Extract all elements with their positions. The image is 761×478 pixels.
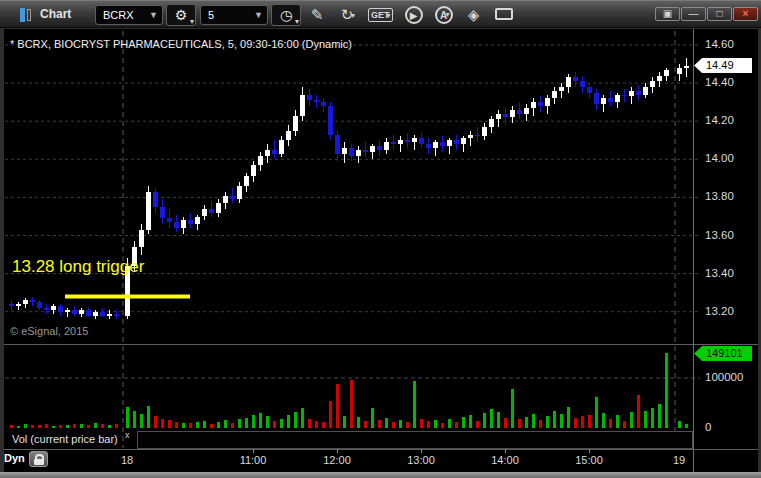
price-tick-label: 13.20 (705, 305, 734, 317)
volume-tick-label: 100000 (705, 371, 743, 383)
time-tick (505, 449, 506, 453)
lock-scale-button[interactable] (29, 451, 48, 467)
price-tick-label: 14.60 (705, 38, 734, 50)
lock-icon (34, 459, 44, 465)
volume-bars (10, 353, 688, 428)
time-tick-label: 11:00 (231, 454, 275, 466)
price-tick-label: 13.60 (705, 229, 734, 241)
candles (9, 58, 689, 319)
window-bottom-edge (0, 472, 761, 478)
price-tick-label: 13.40 (705, 267, 734, 279)
chart-window: Chart BCRX ▼ ⚙ ▾ 5 ▼ ◷ ▾ ✎↻▾GET▾▶A▾◈ ▣—□… (0, 0, 761, 478)
volume-indicator-label: Vol (current price bar) (12, 433, 118, 445)
price-tick-label: 14.00 (705, 152, 734, 164)
time-tick-label: 15:00 (567, 454, 611, 466)
trigger-annotation-text[interactable]: 13.28 long trigger (12, 257, 144, 277)
time-tick (253, 449, 254, 453)
price-tick-label: 14.20 (705, 114, 734, 126)
time-tick-label: 13:00 (399, 454, 443, 466)
price-tick-label: 13.80 (705, 190, 734, 202)
time-tick (337, 449, 338, 453)
time-tick-label: 18 (105, 454, 149, 466)
last-price-badge: 14.49 (694, 58, 752, 73)
dyn-mode-label: Dyn (4, 452, 25, 464)
day-separators (123, 31, 675, 448)
pane-divider[interactable] (4, 344, 758, 345)
chart-plot (0, 0, 761, 478)
volume-indicator-close-button[interactable]: x (125, 430, 130, 440)
time-tick (421, 449, 422, 453)
last-volume-badge: 149101 (694, 346, 752, 361)
time-axis-border (4, 449, 758, 450)
esignal-watermark: © eSignal, 2015 (10, 325, 88, 337)
price-axis-border (693, 29, 694, 472)
time-tick-label: 19 (657, 454, 701, 466)
volume-tick-label: 0 (705, 421, 711, 433)
volume-indicator-box (137, 431, 693, 449)
time-tick (589, 449, 590, 453)
price-tick-label: 14.40 (705, 76, 734, 88)
time-tick-label: 14:00 (483, 454, 527, 466)
chart-header-line: * BCRX, BIOCRYST PHARMACEUTICALS, 5, 09:… (10, 38, 352, 50)
time-tick-label: 12:00 (315, 454, 359, 466)
